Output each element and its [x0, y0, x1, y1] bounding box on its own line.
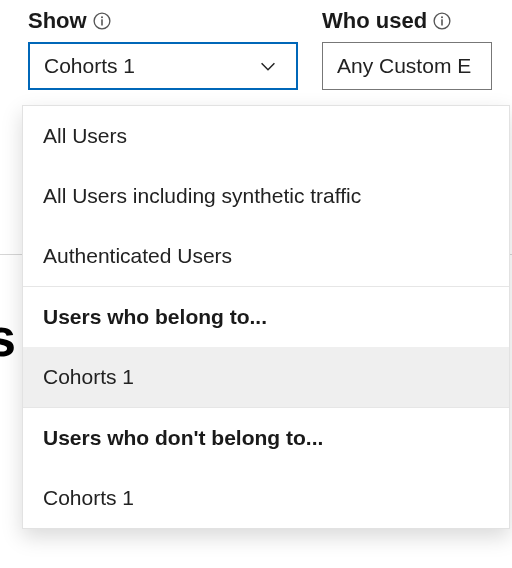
show-select-value: Cohorts 1: [44, 54, 135, 78]
who-used-label-row: Who used: [322, 8, 492, 34]
dropdown-not-belong-header: Users who don't belong to...: [23, 408, 509, 468]
info-icon[interactable]: [93, 12, 111, 30]
svg-point-4: [441, 16, 443, 18]
who-used-label: Who used: [322, 8, 427, 34]
show-label-row: Show: [28, 8, 298, 34]
dropdown-item-belong-cohorts1[interactable]: Cohorts 1: [23, 347, 509, 407]
who-used-select[interactable]: Any Custom E: [322, 42, 492, 90]
background-char: s: [0, 306, 16, 368]
show-dropdown: All Users All Users including synthetic …: [22, 105, 510, 529]
show-filter-group: Show Cohorts 1: [28, 8, 298, 90]
show-select[interactable]: Cohorts 1: [28, 42, 298, 90]
svg-rect-5: [441, 19, 443, 25]
dropdown-item-authenticated-users[interactable]: Authenticated Users: [23, 226, 509, 286]
who-used-filter-group: Who used Any Custom E: [322, 8, 492, 90]
info-icon[interactable]: [433, 12, 451, 30]
svg-rect-2: [101, 19, 103, 25]
chevron-down-icon: [254, 52, 282, 80]
dropdown-general-section: All Users All Users including synthetic …: [23, 106, 509, 286]
dropdown-item-not-belong-cohorts1[interactable]: Cohorts 1: [23, 468, 509, 528]
dropdown-item-all-users[interactable]: All Users: [23, 106, 509, 166]
show-label: Show: [28, 8, 87, 34]
dropdown-item-all-users-synthetic[interactable]: All Users including synthetic traffic: [23, 166, 509, 226]
svg-point-1: [101, 16, 103, 18]
dropdown-belong-header: Users who belong to...: [23, 287, 509, 347]
filter-row: Show Cohorts 1 Who used Any Custom E: [0, 0, 512, 90]
dropdown-not-belong-section: Users who don't belong to... Cohorts 1: [23, 407, 509, 528]
who-used-select-value: Any Custom E: [337, 54, 471, 78]
dropdown-belong-section: Users who belong to... Cohorts 1: [23, 286, 509, 407]
